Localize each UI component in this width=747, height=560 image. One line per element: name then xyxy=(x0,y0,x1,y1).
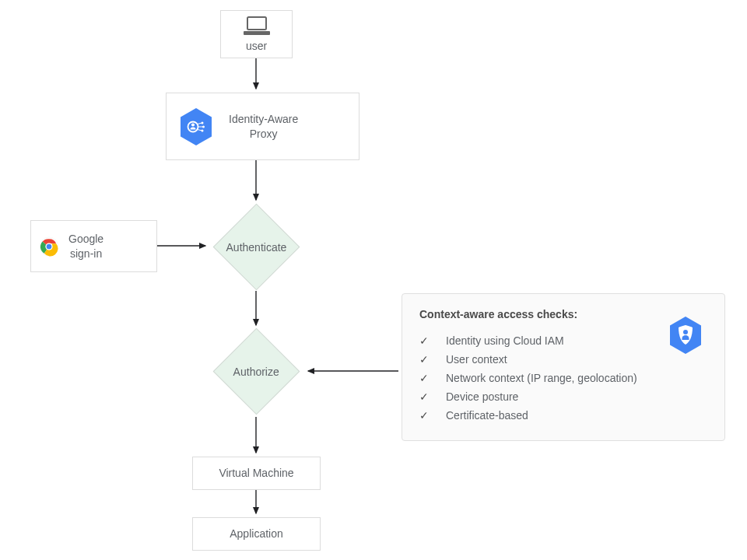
node-vm: Virtual Machine xyxy=(192,457,321,490)
node-app: Application xyxy=(192,517,321,551)
node-app-label: Application xyxy=(230,527,283,541)
node-signin: Google sign-in xyxy=(30,220,157,272)
laptop-icon xyxy=(241,16,272,37)
info-item: Device posture xyxy=(419,387,707,406)
node-authorize: Authorize xyxy=(213,328,300,415)
info-check-list: Identity using Cloud IAM User context Ne… xyxy=(419,331,707,425)
iap-hexagon-icon xyxy=(179,107,213,146)
node-user-label: user xyxy=(246,39,267,54)
node-signin-label: Google sign-in xyxy=(68,232,103,261)
node-authenticate-label: Authenticate xyxy=(226,241,287,254)
info-title: Context-aware access checks: xyxy=(419,308,707,320)
info-item: Identity using Cloud IAM xyxy=(419,331,707,350)
node-vm-label: Virtual Machine xyxy=(219,466,293,481)
svg-rect-8 xyxy=(244,31,270,35)
node-authorize-label: Authorize xyxy=(233,366,279,378)
info-item: Certificate-based xyxy=(419,406,707,425)
svg-point-20 xyxy=(47,243,52,249)
flow-arrows xyxy=(0,0,747,560)
node-iap-label: Identity-Aware Proxy xyxy=(229,112,298,142)
node-iap: Identity-Aware Proxy xyxy=(166,93,359,160)
svg-point-11 xyxy=(191,123,195,126)
node-user: user xyxy=(220,10,293,58)
info-context-aware-access: Context-aware access checks: Identity us… xyxy=(402,293,725,441)
node-authenticate: Authenticate xyxy=(213,204,300,291)
svg-point-22 xyxy=(683,330,688,334)
info-item: Network context (IP range, geolocation) xyxy=(419,369,707,387)
svg-marker-9 xyxy=(181,108,212,145)
chrome-icon xyxy=(39,236,59,257)
security-hexagon-icon xyxy=(668,316,703,355)
svg-rect-7 xyxy=(247,17,266,30)
info-item: User context xyxy=(419,350,707,369)
